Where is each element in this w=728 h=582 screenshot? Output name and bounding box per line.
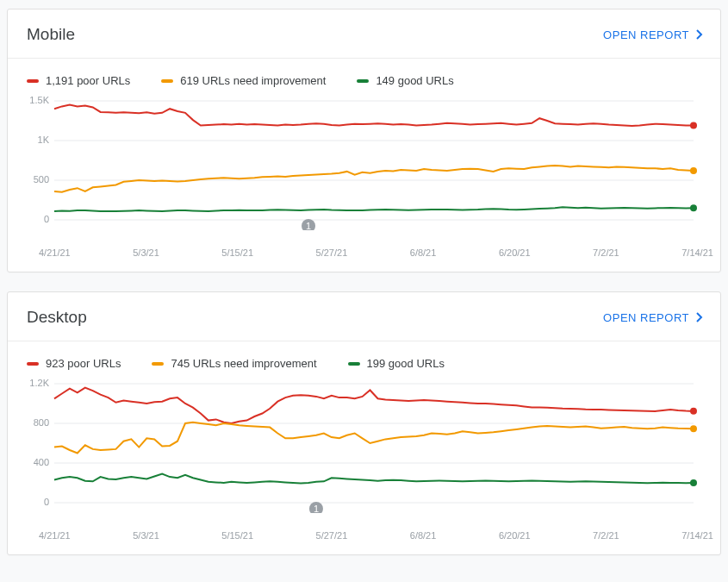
- series-end-dot-needs: [690, 425, 697, 432]
- legend-swatch: [152, 362, 164, 366]
- annotation-badge-label: 1: [306, 221, 311, 231]
- chevron-right-icon: [696, 312, 703, 322]
- chart-legend: 1,191 poor URLs619 URLs need improvement…: [8, 59, 720, 92]
- legend-item-needs: 619 URLs need improvement: [161, 74, 326, 87]
- x-tick-label: 4/21/21: [39, 530, 71, 541]
- x-tick-label: 6/8/21: [410, 247, 437, 258]
- legend-label: 199 good URLs: [367, 357, 445, 370]
- x-tick-label: 7/2/21: [593, 247, 619, 258]
- y-tick-label: 400: [34, 457, 49, 467]
- card-header: MobileOPEN REPORT: [8, 9, 720, 58]
- series-good: [54, 207, 694, 211]
- legend-swatch: [27, 362, 39, 366]
- card-desktop: DesktopOPEN REPORT923 poor URLs745 URLs …: [7, 291, 721, 555]
- legend-item-good: 199 good URLs: [348, 357, 445, 370]
- x-tick-label: 7/2/21: [593, 530, 619, 541]
- x-tick-label: 6/20/21: [499, 247, 531, 258]
- series-poor: [54, 105, 694, 126]
- chart-wrap: 05001K1.5K1: [8, 92, 720, 241]
- series-good: [54, 474, 694, 484]
- x-tick-label: 5/27/21: [316, 247, 348, 258]
- x-tick-label: 7/14/21: [681, 530, 713, 541]
- legend-swatch: [357, 79, 369, 83]
- open-report-label: OPEN REPORT: [603, 28, 689, 41]
- legend-label: 923 poor URLs: [46, 357, 121, 370]
- series-needs: [54, 166, 694, 192]
- open-report-link[interactable]: OPEN REPORT: [603, 28, 703, 41]
- card-header: DesktopOPEN REPORT: [8, 292, 720, 341]
- y-tick-label: 1.2K: [29, 378, 49, 388]
- legend-label: 619 URLs need improvement: [180, 74, 326, 87]
- y-tick-label: 0: [44, 214, 49, 224]
- x-tick-label: 5/3/21: [133, 247, 159, 258]
- legend-swatch: [348, 362, 360, 366]
- annotation-badge-label: 1: [314, 504, 319, 514]
- chart-legend: 923 poor URLs745 URLs need improvement19…: [8, 341, 720, 375]
- x-tick-label: 5/3/21: [133, 530, 159, 541]
- open-report-label: OPEN REPORT: [603, 311, 689, 324]
- legend-swatch: [161, 79, 173, 83]
- card-title: Desktop: [27, 308, 87, 327]
- x-tick-label: 7/14/21: [681, 247, 713, 258]
- x-tick-row: 4/21/215/3/215/15/215/27/216/8/216/20/21…: [8, 241, 720, 272]
- y-tick-label: 1.5K: [29, 95, 49, 105]
- series-poor: [54, 388, 694, 423]
- x-tick-label: 5/15/21: [221, 247, 253, 258]
- legend-item-good: 149 good URLs: [357, 74, 453, 87]
- legend-item-poor: 923 poor URLs: [27, 357, 121, 370]
- legend-item-poor: 1,191 poor URLs: [27, 74, 130, 87]
- x-tick-label: 5/27/21: [316, 530, 348, 541]
- chart-wrap: 04008001.2K1: [8, 375, 720, 523]
- y-tick-label: 0: [44, 497, 49, 507]
- y-tick-label: 800: [34, 417, 49, 428]
- legend-label: 745 URLs need improvement: [171, 357, 316, 370]
- series-end-dot-poor: [690, 408, 697, 415]
- x-tick-label: 6/8/21: [410, 530, 437, 541]
- x-tick-label: 4/21/21: [39, 247, 71, 258]
- x-tick-label: 6/20/21: [499, 530, 531, 541]
- open-report-link[interactable]: OPEN REPORT: [603, 311, 703, 324]
- x-tick-label: 5/15/21: [221, 530, 253, 541]
- legend-label: 149 good URLs: [376, 74, 453, 87]
- series-end-dot-good: [690, 479, 697, 486]
- card-title: Mobile: [27, 25, 75, 44]
- chart-plot: 05001K1.5K1: [23, 92, 704, 230]
- chart-plot: 04008001.2K1: [23, 375, 704, 513]
- card-mobile: MobileOPEN REPORT1,191 poor URLs619 URLs…: [7, 9, 721, 272]
- legend-label: 1,191 poor URLs: [46, 74, 130, 87]
- series-end-dot-good: [690, 204, 697, 211]
- y-tick-label: 500: [34, 174, 49, 185]
- legend-item-needs: 745 URLs need improvement: [152, 357, 316, 370]
- series-end-dot-needs: [690, 167, 697, 174]
- y-tick-label: 1K: [38, 135, 50, 145]
- chevron-right-icon: [696, 29, 703, 40]
- x-tick-row: 4/21/215/3/215/15/215/27/216/8/216/20/21…: [8, 523, 720, 554]
- series-end-dot-poor: [690, 122, 697, 128]
- series-needs: [54, 422, 694, 454]
- legend-swatch: [27, 79, 39, 83]
